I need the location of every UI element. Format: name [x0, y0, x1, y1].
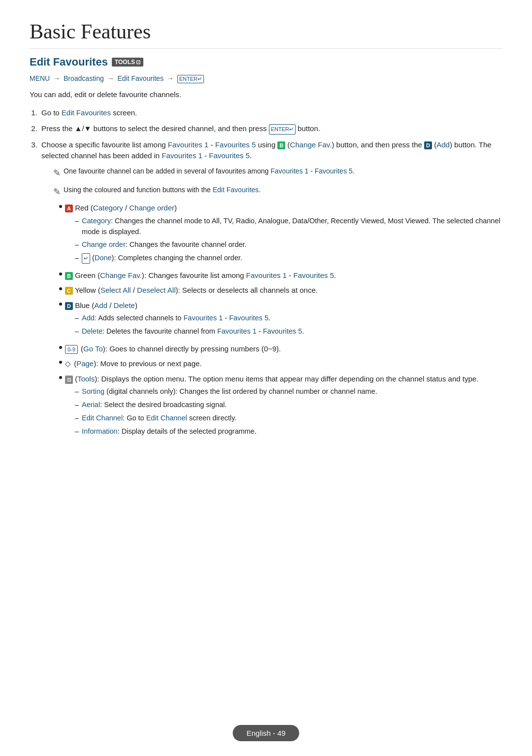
link-fav1-green: Favourites 1 — [246, 271, 287, 279]
bullet-goto: 0-9 (Go To): Goes to channel directly by… — [59, 344, 502, 355]
bullet-list: A Red (Category / Change order) – Catego… — [59, 203, 502, 439]
bullet-red: A Red (Category / Change order) – Catego… — [59, 203, 502, 266]
dash-aerial: – — [75, 400, 79, 411]
note-2-text: Using the coloured and function buttons … — [64, 184, 261, 195]
step2-enter: ENTER↵ — [269, 124, 296, 135]
sub-add: – Add: Adds selected channels to Favouri… — [75, 313, 304, 324]
step-2: Press the ▲/▼ buttons to select the desi… — [39, 123, 502, 135]
step3-add: Add — [436, 140, 450, 149]
link-deselectall: Deselect All — [137, 286, 175, 294]
link-aerial: Aerial — [82, 401, 100, 409]
step3-badge-b: B — [277, 141, 285, 149]
bullet-page: ◇ (Page): Move to previous or next page. — [59, 358, 502, 370]
sub-list-red: – Category: Changes the channel mode to … — [75, 216, 502, 264]
bullet-green-content: B Green (Change Fav.): Changes favourite… — [65, 270, 336, 281]
breadcrumb-arrow1: → — [53, 74, 62, 82]
bullet-tools: ⊡ (Tools): Displays the option menu. The… — [59, 374, 502, 440]
footer-bar: English - 49 — [233, 725, 299, 741]
note-1-text: One favourite channel can be added in se… — [64, 166, 355, 176]
link-information: Information — [82, 427, 118, 435]
breadcrumb-broadcasting: Broadcasting — [64, 74, 104, 82]
note-icon-1: ✎ — [53, 166, 61, 180]
link-done: Done — [95, 254, 112, 262]
dash-information: – — [75, 426, 79, 437]
link-category: Category — [93, 204, 123, 212]
link-changeorder-sub: Change order — [82, 241, 126, 248]
step3-fav1: Favourites 1 — [168, 140, 209, 149]
sub-delete-text: Delete: Deletes the favourite channel fr… — [82, 326, 304, 337]
sub-category: – Category: Changes the channel mode to … — [75, 216, 502, 238]
bullet-dot-page — [59, 361, 62, 364]
sub-editchannel-text: Edit Channel: Go to Edit Channel screen … — [82, 413, 236, 424]
bullet-dot-red — [59, 205, 62, 208]
badge-b: B — [65, 272, 73, 280]
sub-information: – Information: Display details of the se… — [75, 426, 478, 437]
note-2: ✎ Using the coloured and function button… — [53, 184, 502, 199]
link-fav5-delete: Favourites 5 — [263, 327, 302, 335]
steps-list: Go to Edit Favourites screen. Press the … — [39, 107, 502, 440]
step-1: Go to Edit Favourites screen. — [39, 107, 502, 119]
link-delete: Delete — [114, 301, 135, 309]
sub-list-tools: – Sorting (digital channels only): Chang… — [75, 386, 478, 437]
page-icon: ◇ — [65, 359, 71, 368]
dash3: – — [75, 253, 79, 264]
breadcrumb-menu: MENU — [30, 74, 50, 82]
badge-09: 0-9 — [65, 345, 78, 354]
bullet-dot-green — [59, 273, 62, 275]
badge-d: D — [65, 302, 73, 310]
link-category-sub: Category — [82, 217, 111, 225]
link-fav1-delete: Favourites 1 — [217, 327, 257, 335]
bullet-dot-goto — [59, 346, 62, 349]
bullet-red-content: A Red (Category / Change order) – Catego… — [65, 203, 502, 266]
sub-information-text: Information: Display details of the sele… — [82, 426, 257, 437]
link-fav5-green: Favourites 5 — [293, 271, 334, 279]
breadcrumb-arrow3: → — [167, 74, 176, 82]
note2-editfav: Edit Favourites — [213, 186, 259, 194]
dash2: – — [75, 240, 79, 250]
dash1: – — [75, 216, 79, 227]
bullet-dot-blue — [59, 303, 62, 306]
link-changeorder: Change order — [129, 204, 174, 212]
dash-add: – — [75, 313, 79, 324]
link-selectall: Select All — [100, 286, 131, 294]
sub-add-text: Add: Adds selected channels to Favourite… — [82, 313, 270, 324]
bullet-green: B Green (Change Fav.): Changes favourite… — [59, 270, 502, 281]
breadcrumb-edit-favourites: Edit Favourites — [118, 74, 164, 82]
step3-changefav: Change Fav. — [290, 140, 332, 149]
note-1: ✎ One favourite channel can be added in … — [53, 166, 502, 180]
bullet-yellow-content: C Yellow (Select All / Deselect All): Se… — [65, 285, 318, 296]
step3-badge-d: D — [424, 141, 432, 149]
tools-icon: ⊡ — [136, 59, 140, 66]
sub-done: – ↵ (Done): Completes changing the chann… — [75, 253, 502, 264]
sub-done-text: ↵ (Done): Completes changing the channel… — [82, 253, 242, 264]
step3-fav1b: Favourites 1 — [162, 151, 202, 160]
link-changefav: Change Fav. — [100, 271, 142, 279]
breadcrumb-arrow2: → — [107, 74, 116, 82]
step3-fav5b: Favourites 5 — [209, 151, 250, 160]
link-sorting: Sorting — [82, 387, 104, 395]
sub-aerial-text: Aerial: Select the desired broadcasting … — [82, 400, 227, 411]
note-icon-2: ✎ — [53, 185, 61, 199]
sub-category-text: Category: Changes the channel mode to Al… — [82, 216, 502, 238]
dash-delete: – — [75, 326, 79, 337]
sub-list-blue: – Add: Adds selected channels to Favouri… — [75, 313, 304, 337]
done-enter: ↵ — [82, 253, 90, 264]
bullet-goto-content: 0-9 (Go To): Goes to channel directly by… — [65, 344, 281, 355]
step3-fav5: Favourites 5 — [215, 140, 256, 149]
badge-a: A — [65, 205, 73, 212]
sub-aerial: – Aerial: Select the desired broadcastin… — [75, 400, 478, 411]
bullet-dot-tools — [59, 376, 62, 379]
link-editchannel: Edit Channel — [82, 414, 123, 422]
sub-sorting: – Sorting (digital channels only): Chang… — [75, 386, 478, 397]
sub-delete: – Delete: Deletes the favourite channel … — [75, 326, 304, 337]
bullet-blue-content: D Blue (Add / Delete) – Add: Adds select… — [65, 300, 304, 340]
link-add-sub: Add — [82, 314, 95, 322]
link-tools: Tools — [77, 375, 95, 383]
footer-text: English - 49 — [246, 729, 285, 737]
tools-label: TOOLS — [115, 59, 135, 66]
link-add: Add — [94, 301, 107, 309]
step1-link: Edit Favourites — [62, 108, 111, 117]
link-fav5-add: Favourites 5 — [229, 314, 268, 322]
link-delete-sub: Delete — [82, 327, 102, 335]
tools-badge-inline: ⊡ — [65, 376, 73, 384]
